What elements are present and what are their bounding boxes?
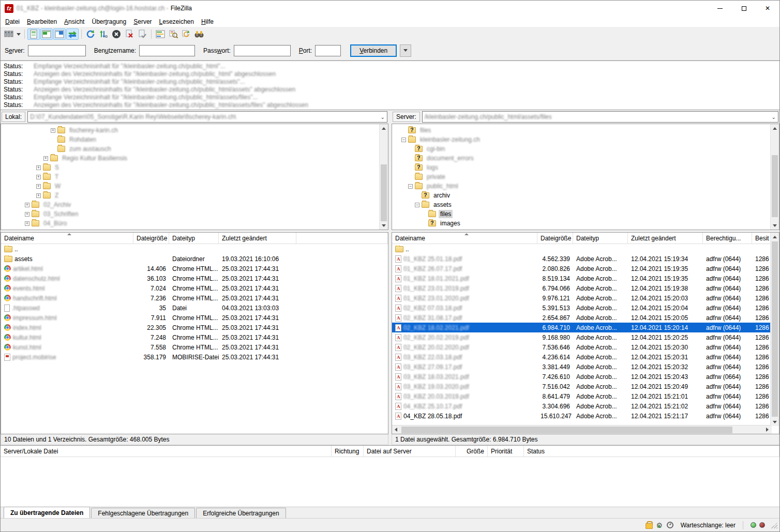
- file-row[interactable]: 02_KBZ 20.02.2019.pdf 9.168.980 Adobe Ac…: [392, 332, 772, 342]
- synchronized-browsing-button[interactable]: [180, 28, 192, 40]
- local-tree-item[interactable]: + Regio Kultur Basiliensis: [43, 154, 381, 163]
- column-header-size[interactable]: Dateigröße: [537, 233, 573, 244]
- file-row[interactable]: events.html 7.024 Chrome HTML... 25.03.2…: [1, 283, 388, 293]
- tree-expander[interactable]: +: [25, 221, 29, 226]
- quickconnect-dropdown[interactable]: [400, 44, 411, 57]
- local-tree-item[interactable]: + 03_Schriften: [25, 209, 381, 219]
- file-row[interactable]: 02_KBZ 07.03.18.pdf 5.391.513 Adobe Acro…: [392, 303, 772, 313]
- file-row[interactable]: 02_KBZ 20.02.2020.pdf 7.536.646 Adobe Ac…: [392, 342, 772, 352]
- column-header-name[interactable]: Dateiname: [1, 233, 133, 244]
- quickconnect-button[interactable]: Verbinden: [350, 44, 397, 57]
- site-manager-button[interactable]: [3, 28, 15, 40]
- queue-tab[interactable]: Zu übertragende Dateien: [4, 507, 90, 518]
- tree-expander[interactable]: [422, 212, 426, 217]
- local-tree-item[interactable]: Rohdaten: [51, 135, 381, 144]
- tree-expander[interactable]: [51, 138, 55, 142]
- scroll-up-arrow[interactable]: [771, 233, 779, 241]
- remote-tree-item[interactable]: private: [408, 172, 772, 181]
- find-files-button[interactable]: [193, 28, 205, 40]
- tree-expander[interactable]: [408, 156, 413, 161]
- file-row[interactable]: 01_KBZ 23.01.2020.pdf 9.976.121 Adobe Ac…: [392, 293, 772, 303]
- cancel-operation-button[interactable]: [110, 28, 123, 40]
- file-row[interactable]: 03_KBZ 27.09.17.pdf 3.381.449 Adobe Acro…: [392, 362, 772, 372]
- close-button[interactable]: ✕: [756, 1, 779, 16]
- tree-expander[interactable]: −: [415, 203, 419, 207]
- username-input[interactable]: [139, 45, 195, 56]
- remote-tree-item[interactable]: files: [422, 209, 772, 219]
- local-tree-scrollbar[interactable]: [379, 124, 388, 230]
- menu-item[interactable]: Server: [130, 17, 155, 26]
- local-tree-item[interactable]: zum austausch: [51, 144, 381, 154]
- remote-list-scrollbar[interactable]: [770, 233, 779, 426]
- file-row[interactable]: 03_KBZ 19.03.2020.pdf 7.516.042 Adobe Ac…: [392, 382, 772, 391]
- remote-tree-item[interactable]: logs: [408, 163, 772, 172]
- tree-expander[interactable]: +: [36, 193, 41, 198]
- remote-tree-item[interactable]: − kleinbasler-zeitung.ch: [401, 135, 772, 144]
- queue-column-status[interactable]: Status: [524, 446, 779, 457]
- file-row[interactable]: ..: [392, 244, 772, 254]
- toggle-log-button[interactable]: [27, 28, 40, 40]
- local-tree-item[interactable]: + 04_Büro: [25, 219, 381, 228]
- column-header-name[interactable]: Dateiname: [392, 233, 537, 244]
- directory-comparison-button[interactable]: [167, 28, 179, 40]
- queue-tab[interactable]: Fehlgeschlagene Übertragungen: [91, 508, 195, 518]
- file-row[interactable]: 04_KBZ 28.05.18.pdf 15.610.247 Adobe Acr…: [392, 411, 772, 421]
- scroll-thumb[interactable]: [772, 241, 778, 417]
- file-row[interactable]: index.html 22.305 Chrome HTML... 25.03.2…: [1, 323, 388, 332]
- remote-list-hscrollbar[interactable]: [392, 425, 772, 434]
- tree-expander[interactable]: +: [51, 128, 55, 133]
- scroll-down-arrow[interactable]: [771, 418, 779, 426]
- local-tree-item[interactable]: + T: [36, 172, 381, 181]
- file-row[interactable]: 01_KBZ 25.01.18.pdf 4.562.339 Adobe Acro…: [392, 254, 772, 264]
- file-row[interactable]: assets Dateiordner 19.03.2021 16:10:06: [1, 254, 388, 264]
- queue-column-direction[interactable]: Richtung: [332, 446, 364, 457]
- tree-expander[interactable]: −: [401, 138, 406, 142]
- menu-item[interactable]: Bearbeiten: [23, 17, 61, 26]
- tree-expander[interactable]: +: [25, 203, 29, 207]
- remote-tree-item[interactable]: − assets: [415, 200, 772, 209]
- reconnect-button[interactable]: [136, 28, 148, 40]
- file-row[interactable]: kunst.html 7.558 Chrome HTML... 25.03.20…: [1, 342, 388, 352]
- file-row[interactable]: 03_KBZ 22.03.18.pdf 4.236.614 Adobe Acro…: [392, 352, 772, 362]
- local-tree-item[interactable]: + 02_Archiv: [25, 200, 381, 209]
- queue-column-priority[interactable]: Priorität: [488, 446, 524, 457]
- local-path-combobox[interactable]: D:\07_Kundendaten\05_Sonstige\R.Karin Re…: [27, 111, 387, 123]
- scroll-up-arrow[interactable]: [380, 124, 388, 132]
- file-row[interactable]: kultur.html 7.248 Chrome HTML... 25.03.2…: [1, 332, 388, 342]
- file-row[interactable]: 04_KBZ 25.10.17.pdf 3.304.696 Adobe Acro…: [392, 401, 772, 411]
- minimize-button[interactable]: [708, 1, 732, 16]
- column-header-permissions[interactable]: Berechtigu...: [703, 233, 752, 244]
- menu-item[interactable]: Lesezeichen: [156, 17, 198, 26]
- remote-path-combobox[interactable]: /kleinbasler-zeitung.ch/public_html/asse…: [422, 111, 778, 123]
- tree-expander[interactable]: +: [43, 156, 48, 161]
- file-row[interactable]: 03_KBZ 20.03.2019.pdf 8.641.479 Adobe Ac…: [392, 391, 772, 401]
- queue-body[interactable]: [1, 457, 779, 507]
- menu-item[interactable]: Übertragung: [88, 17, 130, 26]
- password-input[interactable]: [234, 45, 291, 56]
- file-row[interactable]: impressum.html 7.911 Chrome HTML... 25.0…: [1, 313, 388, 323]
- tree-expander[interactable]: −: [408, 184, 413, 189]
- tree-expander[interactable]: +: [36, 184, 41, 189]
- maximize-button[interactable]: [732, 1, 756, 16]
- remote-tree-item[interactable]: cgi-bin: [408, 144, 772, 154]
- remote-tree-scrollbar[interactable]: [770, 124, 779, 230]
- column-header-size[interactable]: Dateigröße: [133, 233, 169, 244]
- scroll-thumb[interactable]: [381, 164, 387, 221]
- scroll-down-arrow[interactable]: [771, 221, 779, 230]
- file-row[interactable]: ..: [1, 244, 388, 254]
- queue-column-file[interactable]: Server/Lokale Datei: [1, 446, 332, 457]
- refresh-button[interactable]: [84, 28, 97, 40]
- site-manager-dropdown[interactable]: [16, 28, 22, 40]
- file-row[interactable]: 01_KBZ 18.01.2021.pdf 8.519.134 Adobe Ac…: [392, 273, 772, 283]
- scroll-thumb[interactable]: [401, 427, 732, 433]
- remote-tree-item[interactable]: images: [422, 219, 772, 228]
- tree-expander[interactable]: +: [36, 165, 41, 170]
- tree-expander[interactable]: [408, 165, 413, 170]
- directory-filter-button[interactable]: [154, 28, 167, 40]
- remote-tree-item[interactable]: document_errors: [408, 154, 772, 163]
- local-tree-item[interactable]: + S: [36, 163, 381, 172]
- column-header-type[interactable]: Dateityp: [573, 233, 628, 244]
- chevron-down-icon[interactable]: ⌄: [772, 114, 776, 120]
- remote-tree-item[interactable]: archiv: [415, 191, 772, 200]
- file-row[interactable]: 01_KBZ 23.01.2019.pdf 6.794.066 Adobe Ac…: [392, 283, 772, 293]
